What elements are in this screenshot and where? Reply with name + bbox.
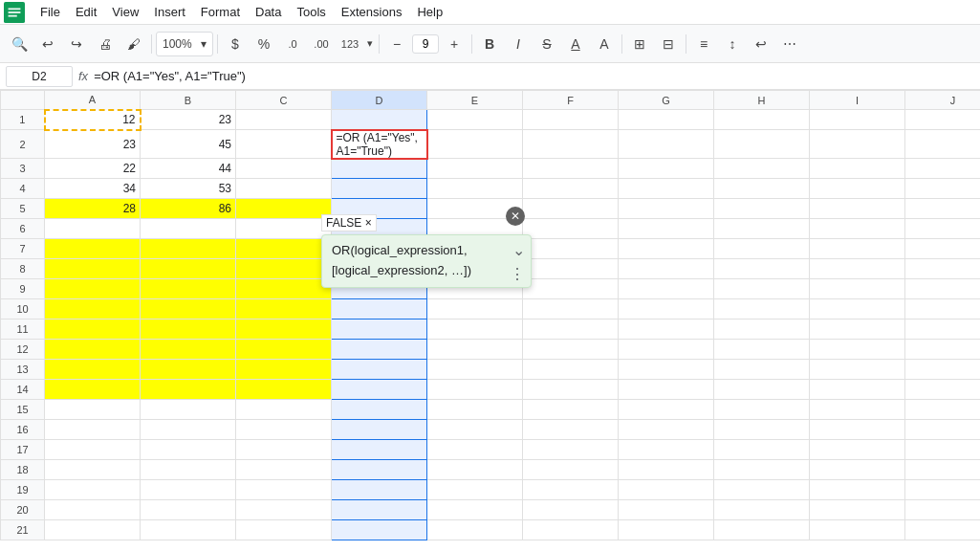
cell-I12[interactable] (810, 340, 905, 360)
cell-B1[interactable]: 23 (141, 110, 236, 130)
cell-I19[interactable] (810, 480, 905, 500)
cell-C10[interactable] (236, 299, 332, 320)
cell-E15[interactable] (427, 400, 523, 420)
cell-A17[interactable] (45, 440, 141, 460)
cell-E17[interactable] (427, 440, 523, 460)
cell-C17[interactable] (236, 440, 332, 460)
cell-F5[interactable] (523, 199, 619, 219)
cell-C1[interactable] (236, 110, 332, 130)
cell-G12[interactable] (619, 340, 714, 360)
menu-edit[interactable]: Edit (68, 3, 104, 21)
cell-D1[interactable] (332, 110, 427, 130)
cell-J13[interactable] (905, 360, 981, 380)
cell-G7[interactable] (619, 239, 714, 259)
cell-H18[interactable] (714, 460, 810, 480)
cell-C9[interactable] (236, 279, 332, 299)
cell-A8[interactable] (45, 259, 141, 279)
cell-F9[interactable] (523, 279, 619, 299)
cell-D13[interactable] (332, 360, 427, 380)
italic-button[interactable]: I (505, 31, 532, 57)
more-button[interactable]: ⋯ (776, 31, 803, 57)
cell-B8[interactable] (141, 259, 236, 279)
cell-H3[interactable] (714, 159, 810, 179)
cell-H16[interactable] (714, 420, 810, 440)
cell-G2[interactable] (619, 130, 714, 159)
bold-button[interactable]: B (476, 31, 503, 57)
col-header-H[interactable]: H (714, 91, 810, 110)
cell-H7[interactable] (714, 239, 810, 259)
percent-button[interactable]: % (250, 31, 277, 57)
cell-H13[interactable] (714, 360, 810, 380)
menu-file[interactable]: File (33, 3, 68, 21)
cell-B20[interactable] (141, 500, 236, 520)
cell-H2[interactable] (714, 130, 810, 159)
cell-H10[interactable] (714, 299, 810, 320)
cell-B11[interactable] (141, 320, 236, 340)
cell-J21[interactable] (905, 520, 981, 540)
redo-button[interactable]: ↪ (63, 31, 90, 57)
menu-insert[interactable]: Insert (146, 3, 193, 21)
cell-I15[interactable] (810, 400, 905, 420)
cell-D17[interactable] (332, 440, 427, 460)
cell-J18[interactable] (905, 460, 981, 480)
paint-format-button[interactable]: 🖌 (120, 31, 147, 57)
cell-J14[interactable] (905, 380, 981, 400)
decimal-increase-button[interactable]: .00 (308, 31, 335, 57)
col-header-B[interactable]: B (141, 91, 236, 110)
cell-E11[interactable] (427, 320, 523, 340)
cell-C16[interactable] (236, 420, 332, 440)
cell-F17[interactable] (523, 440, 619, 460)
cell-E1[interactable] (427, 110, 523, 130)
cell-F7[interactable] (523, 239, 619, 259)
cell-I2[interactable] (810, 130, 905, 159)
cell-C7[interactable] (236, 239, 332, 259)
cell-J11[interactable] (905, 320, 981, 340)
cell-C2[interactable] (236, 130, 332, 159)
col-header-E[interactable]: E (427, 91, 523, 110)
cell-A10[interactable] (45, 299, 141, 320)
cell-G19[interactable] (619, 480, 714, 500)
cell-A11[interactable] (45, 320, 141, 340)
cell-A3[interactable]: 22 (45, 159, 141, 179)
cell-B5[interactable]: 86 (141, 199, 236, 219)
cell-E13[interactable] (427, 360, 523, 380)
cell-A19[interactable] (45, 480, 141, 500)
cell-C13[interactable] (236, 360, 332, 380)
cell-D12[interactable] (332, 340, 427, 360)
cell-A1[interactable]: 12 (45, 110, 141, 130)
cell-D2[interactable]: =OR (A1="Yes", A1="True") (332, 130, 427, 159)
cell-E20[interactable] (427, 500, 523, 520)
cell-G21[interactable] (619, 520, 714, 540)
col-header-J[interactable]: J (905, 91, 981, 110)
cell-J8[interactable] (905, 259, 981, 279)
col-header-G[interactable]: G (619, 91, 714, 110)
cell-B10[interactable] (141, 299, 236, 320)
cell-I11[interactable] (810, 320, 905, 340)
cell-G1[interactable] (619, 110, 714, 130)
cell-C20[interactable] (236, 500, 332, 520)
cell-I20[interactable] (810, 500, 905, 520)
cell-G13[interactable] (619, 360, 714, 380)
cell-I7[interactable] (810, 239, 905, 259)
cell-G10[interactable] (619, 299, 714, 320)
cell-C12[interactable] (236, 340, 332, 360)
cell-H6[interactable] (714, 219, 810, 239)
cell-A2[interactable]: 23 (45, 130, 141, 159)
cell-J17[interactable] (905, 440, 981, 460)
cell-A15[interactable] (45, 400, 141, 420)
menu-extensions[interactable]: Extensions (334, 3, 410, 21)
cell-I5[interactable] (810, 199, 905, 219)
cell-H9[interactable] (714, 279, 810, 299)
cell-B13[interactable] (141, 360, 236, 380)
cell-C19[interactable] (236, 480, 332, 500)
cell-E2[interactable] (427, 130, 523, 159)
decimal-decrease-button[interactable]: .0 (279, 31, 306, 57)
cell-G20[interactable] (619, 500, 714, 520)
cell-G16[interactable] (619, 420, 714, 440)
autocomplete-close-button[interactable]: ✕ (506, 207, 525, 226)
cell-D16[interactable] (332, 420, 427, 440)
cell-A14[interactable] (45, 380, 141, 400)
strikethrough-button[interactable]: S (534, 31, 560, 57)
format-123-button[interactable]: 123 (337, 31, 363, 57)
cell-D15[interactable] (332, 400, 427, 420)
